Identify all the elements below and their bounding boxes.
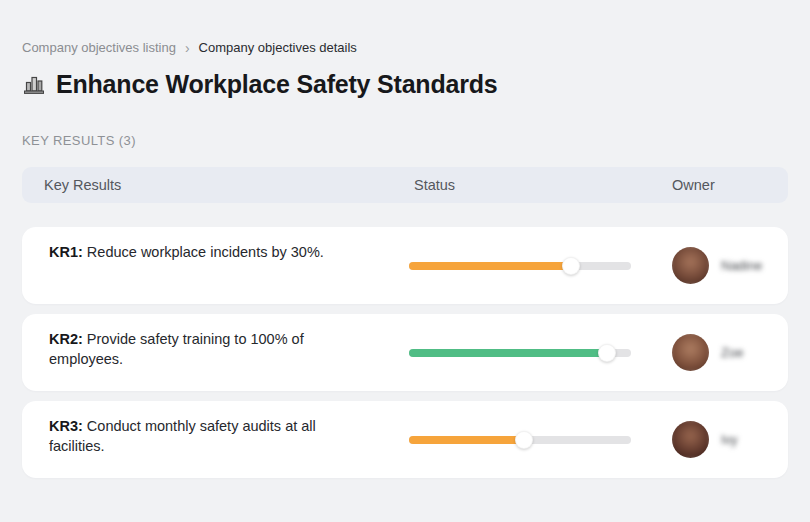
table-header: Key Results Status Owner [22,167,788,203]
slider-fill [409,436,524,444]
kr1-progress-slider[interactable] [409,257,631,275]
kr2-owner-cell: Zoe [672,334,788,371]
avatar [672,247,709,284]
title-row: Enhance Workplace Safety Standards [22,69,788,99]
kr2-label: KR2: [49,331,83,347]
avatar [672,334,709,371]
kr3-status-cell [407,431,672,449]
key-results-list: KR1: Reduce workplace incidents by 30%. … [22,227,788,478]
kr2-status-cell [407,344,672,362]
owner-name: Ivy [721,432,738,447]
owner-name: Nadine [721,258,762,273]
kr1-text: Reduce workplace incidents by 30%. [83,244,324,260]
kr3-owner-cell: Ivy [672,421,788,458]
kr1-status-cell [407,257,672,275]
slider-fill [409,262,571,270]
kr3-progress-slider[interactable] [409,431,631,449]
kr1-description: KR1: Reduce workplace incidents by 30%. [22,227,407,274]
kr3-description: KR3: Conduct monthly safety audits at al… [22,401,407,468]
buildings-bar-chart-icon [22,72,46,96]
page: Company objectives listing › Company obj… [0,0,810,478]
table-row-kr1[interactable]: KR1: Reduce workplace incidents by 30%. … [22,227,788,304]
kr2-description: KR2: Provide safety training to 100% of … [22,314,407,381]
avatar [672,421,709,458]
slider-knob[interactable] [515,431,533,449]
kr1-label: KR1: [49,244,83,260]
breadcrumb-item-details: Company objectives details [199,40,357,56]
breadcrumb: Company objectives listing › Company obj… [22,40,788,56]
kr2-progress-slider[interactable] [409,344,631,362]
kr2-text: Provide safety training to 100% of emplo… [49,331,304,367]
slider-knob[interactable] [562,257,580,275]
slider-knob[interactable] [598,344,616,362]
column-header-key-results: Key Results [22,177,407,193]
kr1-owner-cell: Nadine [672,247,788,284]
kr3-text: Conduct monthly safety audits at all fac… [49,418,316,454]
key-results-count-label: KEY RESULTS (3) [22,133,788,149]
breadcrumb-item-listing[interactable]: Company objectives listing [22,40,176,56]
owner-name: Zoe [721,345,743,360]
column-header-owner: Owner [672,177,788,193]
kr3-label: KR3: [49,418,83,434]
column-header-status: Status [407,177,672,193]
table-row-kr2[interactable]: KR2: Provide safety training to 100% of … [22,314,788,391]
table-row-kr3[interactable]: KR3: Conduct monthly safety audits at al… [22,401,788,478]
chevron-right-icon: › [185,41,190,55]
page-title: Enhance Workplace Safety Standards [56,70,498,99]
slider-fill [409,349,607,357]
